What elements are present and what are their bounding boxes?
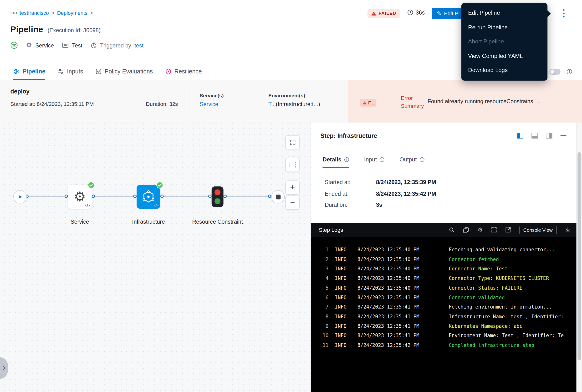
canvas-select-button[interactable] <box>286 158 300 172</box>
started-at-label: Started at: <box>325 179 351 185</box>
edge <box>27 196 68 197</box>
triggered-by-label: Triggered by <box>100 42 131 48</box>
environment-meta: Test <box>62 42 82 48</box>
log-time: 8/24/2023 12:35:40 PM <box>358 245 443 255</box>
service-step-node[interactable]: ⚙ </> <box>68 185 92 209</box>
resource-constraint-label: Resource Constraint <box>190 218 245 226</box>
split-view-icon[interactable] <box>517 133 523 138</box>
log-n: 9 <box>319 322 328 331</box>
tab-output[interactable]: Output <box>399 152 425 168</box>
infrastructure-step-node[interactable]: </> <box>136 185 160 209</box>
title-row: Pipeline (Execution Id: 30098) <box>10 24 100 34</box>
resource-constraint-node[interactable] <box>212 186 224 207</box>
right-view-icon[interactable] <box>546 133 552 138</box>
tab-input[interactable]: Input <box>364 152 385 168</box>
tab-resilience[interactable]: Resilience <box>165 63 202 80</box>
log-lines[interactable]: 1INFO8/24/2023 12:35:40 PMFetching and v… <box>311 237 577 392</box>
copy-icon[interactable] <box>463 227 469 233</box>
minus-icon: − <box>290 198 295 207</box>
open-in-new-icon[interactable] <box>505 227 511 233</box>
error-summary-area: F... Error Summary Found already running… <box>348 80 582 122</box>
tab-policy-evaluations[interactable]: Policy Evaluations <box>95 63 153 80</box>
tab-inputs[interactable]: Inputs <box>58 63 83 80</box>
edit-pipeline-button[interactable]: ✎ Edit Pi <box>432 8 465 19</box>
end-node[interactable] <box>271 190 285 204</box>
tab-pipeline[interactable]: Pipeline <box>13 63 45 80</box>
bottom-view-icon[interactable] <box>532 133 538 138</box>
log-msg: Environment Name: Test , Identifier: Te <box>449 331 577 340</box>
minimize-panel-icon[interactable] <box>561 135 567 136</box>
fullscreen-icon <box>289 139 296 145</box>
log-line: 2INFO8/24/2023 12:35:40 PMConnector fetc… <box>311 255 577 264</box>
log-level: INFO <box>335 245 351 255</box>
download-icon[interactable] <box>565 227 571 233</box>
fullscreen-icon[interactable] <box>491 227 497 233</box>
pencil-icon: ✎ <box>437 10 441 16</box>
stop-icon <box>276 194 280 199</box>
log-level: INFO <box>335 293 351 302</box>
menu-item-edit-pipeline[interactable]: Edit Pipeline <box>461 6 548 20</box>
infrastructure-link[interactable]: t... <box>312 101 318 107</box>
log-time: 8/24/2023 12:35:40 PM <box>358 255 443 264</box>
pipeline-canvas[interactable]: ⚙ </> Service </> Infrastructure <box>0 122 311 392</box>
services-value-link[interactable]: Service <box>200 101 224 107</box>
pipeline-link-icon <box>10 10 17 16</box>
divider <box>190 87 190 116</box>
log-n: 3 <box>319 264 328 274</box>
more-options-kebab-menu[interactable] <box>561 9 567 18</box>
log-level: INFO <box>335 283 351 293</box>
gear-icon: ⚙ <box>26 42 32 49</box>
tab-details[interactable]: Details <box>322 152 349 168</box>
plus-icon: + <box>290 183 295 192</box>
step-logs-title: Step Logs <box>319 227 343 233</box>
triggered-by-user-link[interactable]: test <box>134 42 143 48</box>
settings-gear-icon[interactable]: ⚙ <box>477 227 483 233</box>
step-logs: Step Logs ⚙ Console View <box>311 223 577 392</box>
infrastructure-hexagon-icon <box>142 190 155 204</box>
log-time: 8/24/2023 12:35:42 PM <box>358 340 443 350</box>
info-icon[interactable] <box>567 69 573 75</box>
edge <box>160 196 212 197</box>
error-status-badge: F... <box>360 99 377 106</box>
zoom-in-button[interactable]: + <box>286 180 300 194</box>
environments-value: T...(Infrastructure:t...) <box>268 101 320 107</box>
log-n: 10 <box>319 331 328 340</box>
marquee-icon <box>289 162 296 168</box>
zoom-out-button[interactable]: − <box>286 196 300 210</box>
canvas-fullscreen-button[interactable] <box>286 135 300 149</box>
log-line: 7INFO8/24/2023 12:35:41 PMFetching envir… <box>311 302 577 312</box>
duration-value: 3s <box>376 202 382 208</box>
breadcrumb-project-link[interactable]: testfrancisco <box>20 10 49 16</box>
play-icon <box>17 194 23 200</box>
search-icon[interactable] <box>449 227 455 233</box>
breadcrumb-deployments-link[interactable]: Deployments <box>57 10 87 16</box>
step-details-panel: Step: Infrastructure Details Input Outpu… <box>311 122 577 392</box>
log-line: 3INFO8/24/2023 12:35:40 PMConnector Name… <box>311 264 577 274</box>
menu-item-download-logs[interactable]: Download Logs <box>461 63 548 78</box>
log-time: 8/24/2023 12:35:41 PM <box>358 322 443 331</box>
stage-environments: Environment(s) T...(Infrastructure:t...) <box>268 93 320 107</box>
log-msg: Connector fetched <box>449 255 577 264</box>
log-level: INFO <box>335 264 351 274</box>
menu-item-rerun-pipeline[interactable]: Re-run Pipeline <box>461 20 548 34</box>
scrollbar-thumb[interactable] <box>578 152 581 360</box>
environments-label: Environment(s) <box>268 93 320 98</box>
log-line: 10INFO8/24/2023 12:35:41 PMEnvironment N… <box>311 331 577 340</box>
menu-item-view-compiled-yaml[interactable]: View Compiled YAML <box>461 49 548 63</box>
log-line: 6INFO8/24/2023 12:35:41 PMConnector vali… <box>311 293 577 302</box>
tab-input-label: Input <box>364 156 377 163</box>
view-toggle[interactable] <box>549 69 561 75</box>
execution-meta: ⚙ Service Test Triggered by test <box>10 42 143 49</box>
success-check-icon <box>156 182 163 189</box>
menu-item-abort-pipeline[interactable]: Abort Pipeline <box>461 34 548 49</box>
log-time: 8/24/2023 12:35:40 PM <box>358 264 443 274</box>
console-view-button[interactable]: Console View <box>519 226 557 234</box>
log-msg: Kubernetes Namespace: abc <box>449 322 577 331</box>
infrastructure-step-label: Infrastructure <box>121 218 176 226</box>
start-node[interactable] <box>13 190 27 204</box>
breadcrumb-separator: > <box>51 10 54 16</box>
environment-link[interactable]: T... <box>268 101 276 107</box>
log-msg: Connector Type: KUBERNETES_CLUSTER <box>449 274 577 283</box>
log-level: INFO <box>335 302 351 312</box>
info-icon <box>420 157 425 162</box>
